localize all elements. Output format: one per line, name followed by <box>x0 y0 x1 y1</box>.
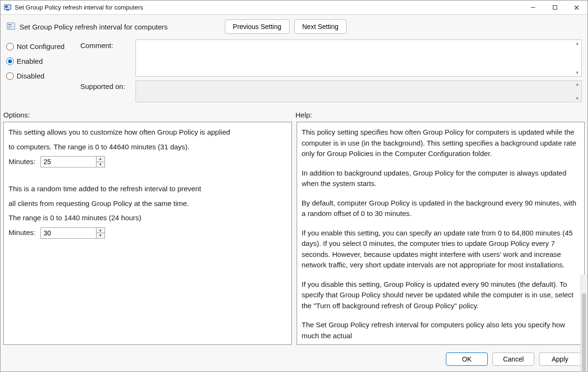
svg-rect-10 <box>8 28 11 29</box>
options-text: This is a random time added to the refre… <box>9 184 287 195</box>
svg-line-5 <box>575 6 578 10</box>
options-text: all clients from requesting Group Policy… <box>9 198 287 209</box>
spinner-up-icon[interactable]: ▲ <box>96 228 105 234</box>
comment-textbox[interactable]: ▲ ▼ <box>135 39 582 77</box>
spinner-up-icon[interactable]: ▲ <box>96 157 105 162</box>
minutes-interval-spinner[interactable]: ▲ ▼ <box>40 156 105 167</box>
radio-icon <box>6 72 14 80</box>
maximize-button[interactable] <box>544 0 566 14</box>
policy-header: Set Group Policy refresh interval for co… <box>0 15 588 38</box>
options-text: This setting allows you to customize how… <box>9 127 287 138</box>
help-text: By default, computer Group Policy is upd… <box>302 198 579 219</box>
options-text: to computers. The range is 0 to 44640 mi… <box>9 142 287 153</box>
scroll-down-icon[interactable]: ▼ <box>575 70 579 75</box>
previous-setting-button[interactable]: Previous Setting <box>225 20 289 34</box>
help-text: If you enable this setting, you can spec… <box>302 228 579 271</box>
spinner-down-icon[interactable]: ▼ <box>96 162 105 167</box>
policy-icon <box>6 22 16 31</box>
minutes-offset-spinner[interactable]: ▲ ▼ <box>40 227 105 239</box>
dialog-footer: OK Cancel Apply <box>0 348 588 372</box>
supported-on-textbox: ▲ ▼ <box>135 80 582 102</box>
svg-rect-9 <box>8 26 13 27</box>
cancel-button[interactable]: Cancel <box>492 352 534 366</box>
options-section-label: Options: <box>3 111 293 119</box>
help-text: In addition to background updates, Group… <box>302 168 579 189</box>
svg-rect-1 <box>5 6 8 8</box>
scroll-up-icon[interactable]: ▲ <box>575 41 579 46</box>
ok-button[interactable]: OK <box>446 352 488 366</box>
svg-rect-2 <box>6 10 9 10</box>
radio-enabled[interactable]: Enabled <box>6 57 77 65</box>
help-section-label: Help: <box>293 111 582 119</box>
minutes-interval-label: Minutes: <box>9 157 36 167</box>
minutes-offset-input[interactable] <box>41 228 96 238</box>
spinner-down-icon[interactable]: ▼ <box>96 233 105 238</box>
minimize-button[interactable] <box>522 0 544 14</box>
options-pane: This setting allows you to customize how… <box>3 122 292 345</box>
svg-rect-8 <box>8 24 11 25</box>
scroll-down-icon[interactable]: ▼ <box>575 96 579 101</box>
help-text: The Set Group Policy refresh interval fo… <box>302 320 579 340</box>
radio-icon <box>6 43 14 50</box>
help-text: If you disable this setting, Group Polic… <box>302 279 579 312</box>
radio-label: Disabled <box>17 72 44 80</box>
svg-rect-4 <box>553 6 557 10</box>
radio-label: Enabled <box>17 57 43 65</box>
options-text: The range is 0 to 1440 minutes (24 hours… <box>9 213 287 224</box>
policy-title: Set Group Policy refresh interval for co… <box>19 23 168 31</box>
titlebar: Set Group Policy refresh interval for co… <box>0 0 588 15</box>
radio-label: Not Configured <box>17 42 65 50</box>
minutes-interval-input[interactable] <box>41 157 96 167</box>
help-text: This policy setting specifies how often … <box>302 127 579 159</box>
minutes-offset-label: Minutes: <box>9 227 36 238</box>
svg-line-6 <box>575 6 578 10</box>
supported-on-label: Supported on: <box>80 80 133 102</box>
help-pane: This policy setting specifies how often … <box>297 122 585 345</box>
radio-disabled[interactable]: Disabled <box>6 72 77 80</box>
window-title: Set Group Policy refresh interval for co… <box>15 4 143 11</box>
apply-button[interactable]: Apply <box>539 352 581 366</box>
radio-not-configured[interactable]: Not Configured <box>6 42 77 50</box>
next-setting-button[interactable]: Next Setting <box>294 20 347 34</box>
close-button[interactable] <box>566 0 588 14</box>
comment-label: Comment: <box>80 39 133 77</box>
radio-icon <box>6 58 14 65</box>
scrollbar-thumb[interactable] <box>582 294 586 372</box>
scroll-up-icon[interactable]: ▲ <box>575 82 579 87</box>
help-scroll-region[interactable]: This policy setting specifies how often … <box>302 127 584 340</box>
app-icon <box>3 3 12 12</box>
scrollbar[interactable] <box>580 274 587 372</box>
